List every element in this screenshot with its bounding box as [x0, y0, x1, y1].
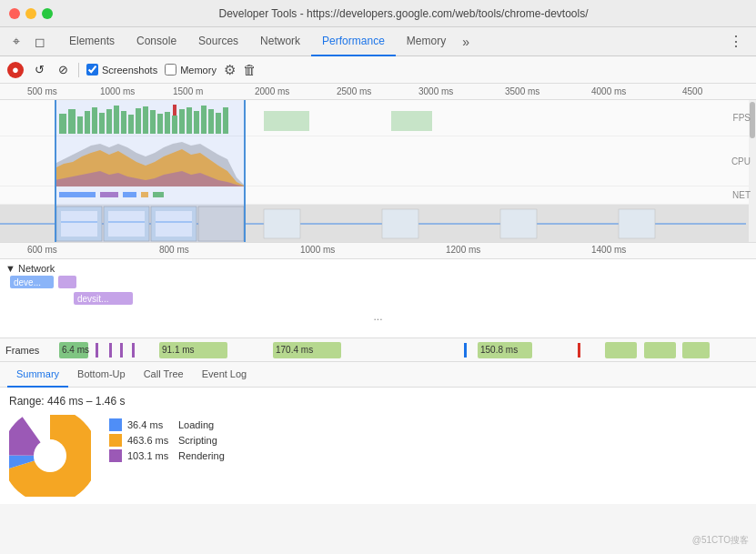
rendering-label: Rendering	[178, 450, 225, 461]
svg-rect-15	[172, 116, 177, 134]
time-label-2000: 2000 ms	[255, 86, 289, 96]
reload-record-button[interactable]: ↺	[31, 62, 47, 78]
bottom-tabs: Summary Bottom-Up Call Tree Event Log	[0, 362, 756, 388]
scripting-value: 463.6 ms	[127, 435, 173, 446]
screenshots-track	[0, 205, 756, 243]
cpu-svg	[0, 136, 746, 186]
memory-checkbox-label[interactable]: Memory	[165, 64, 217, 76]
loading-value: 36.4 ms	[127, 419, 173, 430]
detail-time-800: 800 ms	[159, 245, 189, 255]
svg-rect-3	[85, 111, 90, 134]
time-label-1500: 1500 m	[173, 86, 203, 96]
svg-rect-48	[108, 221, 145, 223]
tab-summary[interactable]: Summary	[7, 362, 68, 388]
settings-button[interactable]: ⚙	[224, 62, 236, 78]
network-bar-label-2: devsit...	[77, 294, 108, 304]
clear-recording-button[interactable]: 🗑	[243, 62, 257, 77]
svg-rect-1	[68, 109, 76, 134]
legend-rendering: 103.1 ms Rendering	[109, 449, 225, 462]
svg-rect-33	[141, 192, 148, 197]
tab-network[interactable]: Network	[249, 27, 311, 56]
frame-time-1: 6.4 ms	[62, 345, 89, 355]
svg-rect-16	[179, 109, 185, 134]
svg-rect-7	[114, 106, 119, 134]
svg-rect-40	[61, 211, 97, 237]
tab-performance[interactable]: Performance	[311, 27, 396, 56]
network-bar-row-2: devsit...	[5, 292, 751, 307]
svg-rect-39	[198, 206, 244, 241]
maximize-button[interactable]	[42, 8, 53, 19]
timeline-tracks: FPS	[0, 100, 756, 243]
time-label-1000: 1000 ms	[100, 86, 135, 96]
memory-checkbox[interactable]	[165, 64, 176, 76]
tab-memory[interactable]: Memory	[396, 27, 457, 56]
network-bar-row-1: deve...	[5, 276, 751, 290]
rendering-value: 103.1 ms	[127, 450, 173, 461]
net-svg	[0, 186, 746, 205]
watermark: @51CTO搜客	[692, 534, 749, 547]
svg-rect-13	[157, 114, 163, 134]
frame-mark-3	[120, 343, 123, 358]
svg-rect-43	[264, 209, 300, 238]
svg-rect-47	[61, 221, 97, 223]
toolbar: ● ↺ ⊘ Screenshots Memory ⚙ 🗑	[0, 56, 756, 84]
frame-red-mark	[578, 343, 580, 358]
tab-event-log[interactable]: Event Log	[193, 362, 257, 388]
svg-rect-49	[156, 221, 192, 223]
network-bar-deve-purple[interactable]	[58, 276, 76, 288]
clear-button[interactable]: ⊘	[55, 62, 71, 78]
devtools-menu-button[interactable]: ⋮	[723, 33, 749, 50]
screenshots-checkbox[interactable]	[86, 64, 98, 76]
network-bar-devsit[interactable]: devsit...	[74, 292, 133, 305]
svg-rect-25	[173, 105, 176, 116]
record-button[interactable]: ●	[7, 62, 24, 78]
tab-sources[interactable]: Sources	[187, 27, 249, 56]
close-button[interactable]	[9, 8, 20, 19]
timeline-overview[interactable]: 500 ms 1000 ms 1500 m 2000 ms 2500 ms 30…	[0, 84, 756, 243]
screenshots-checkbox-label[interactable]: Screenshots	[86, 64, 157, 76]
svg-rect-42	[156, 211, 192, 237]
tab-console[interactable]: Console	[126, 27, 187, 56]
device-icon[interactable]: ◻	[31, 33, 49, 51]
tab-elements[interactable]: Elements	[58, 27, 126, 56]
tab-overflow[interactable]: »	[457, 35, 475, 49]
svg-rect-0	[59, 114, 66, 134]
frame-time-4: 150.8 ms	[480, 345, 518, 355]
frames-label: Frames	[5, 345, 39, 356]
svg-rect-44	[382, 209, 418, 238]
svg-rect-30	[59, 192, 96, 197]
frames-bar: Frames 6.4 ms 91.1 ms 170.4 ms 150.8 ms	[0, 338, 756, 362]
time-ruler-top: 500 ms 1000 ms 1500 m 2000 ms 2500 ms 30…	[0, 84, 756, 100]
network-bar-deve[interactable]: deve...	[10, 276, 54, 288]
nav-icons: ⌖ ◻	[7, 33, 49, 51]
network-bar-label-1: deve...	[14, 277, 41, 287]
time-label-2500: 2500 ms	[337, 86, 371, 96]
window-title: Developer Tools - https://developers.goo…	[60, 7, 747, 20]
svg-rect-2	[77, 116, 83, 134]
time-label-4500: 4500	[682, 86, 702, 96]
tab-bottom-up[interactable]: Bottom-Up	[68, 362, 135, 388]
timeline-detail[interactable]: 600 ms 800 ms 1000 ms 1200 ms 1400 ms ▼ …	[0, 243, 756, 338]
svg-point-53	[34, 439, 66, 472]
inspect-icon[interactable]: ⌖	[7, 33, 25, 51]
loading-color	[109, 418, 122, 431]
screenshots-svg	[0, 205, 746, 243]
svg-rect-23	[264, 111, 309, 131]
screenshots-label: Screenshots	[102, 65, 157, 76]
svg-rect-45	[500, 209, 537, 238]
fps-label: FPS	[733, 113, 751, 123]
memory-label: Memory	[180, 65, 217, 76]
detail-time-1400: 1400 ms	[591, 245, 626, 255]
detail-time-1000: 1000 ms	[300, 245, 335, 255]
frame-mark-2	[109, 343, 112, 358]
time-label-4000: 4000 ms	[591, 86, 626, 96]
detail-time-600: 600 ms	[27, 245, 57, 255]
network-section-header[interactable]: ▼ Network	[0, 261, 756, 276]
time-label-500: 500 ms	[27, 86, 57, 96]
time-label-3000: 3000 ms	[418, 86, 453, 96]
tab-call-tree[interactable]: Call Tree	[135, 362, 193, 388]
minimize-button[interactable]	[25, 8, 36, 19]
frame-blue-mark	[464, 343, 467, 358]
svg-rect-11	[143, 106, 148, 134]
network-section-label: ▼ Network	[5, 263, 55, 274]
